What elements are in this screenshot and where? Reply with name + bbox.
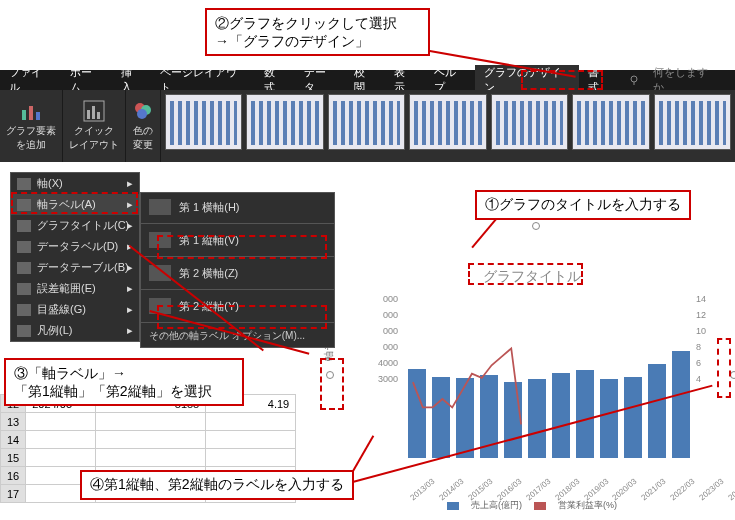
submenu-secondary-horizontal[interactable]: 第 2 横軸(Z) xyxy=(141,259,334,287)
h-axis-icon xyxy=(149,199,171,215)
legend-label: 売上高(億円) xyxy=(471,499,522,512)
highlight-secondary-vertical xyxy=(157,305,327,329)
error-bar-icon xyxy=(17,283,31,295)
change-colors-button[interactable]: 色の 変更 xyxy=(126,90,161,162)
ribbon-tab-strip: ファイル ホーム 挿入 ページレイアウト 数式 データ 校閲 表示 ヘルプ グラ… xyxy=(0,70,735,90)
menu-error-bars[interactable]: 誤差範囲(E)▸ xyxy=(11,278,139,299)
chevron-right-icon: ▸ xyxy=(127,282,133,295)
style-thumbnail[interactable] xyxy=(572,94,649,150)
chart-legend[interactable]: 売上高(億円) 営業利益率(%) xyxy=(447,499,617,512)
title-icon xyxy=(17,220,31,232)
chart-element-icon xyxy=(20,100,42,122)
gridline-icon xyxy=(17,304,31,316)
chevron-right-icon: ▸ xyxy=(127,177,133,190)
menu-legend[interactable]: 凡例(L)▸ xyxy=(11,320,139,341)
row-header[interactable]: 13 xyxy=(1,413,26,431)
svg-rect-6 xyxy=(87,110,90,119)
highlight-axis-label-box xyxy=(320,358,344,410)
change-colors-icon xyxy=(132,100,154,122)
x-labels: 2013/032014/032015/032016/032017/032018/… xyxy=(408,485,690,494)
legend-swatch-bar xyxy=(447,502,459,510)
highlight-axis-label-menu xyxy=(11,192,138,214)
highlight-chart-title xyxy=(468,263,583,285)
quick-layout-icon xyxy=(83,100,105,122)
change-colors-label: 色の 変更 xyxy=(133,124,153,152)
submenu-primary-horizontal[interactable]: 第 1 横軸(H) xyxy=(141,193,334,221)
svg-rect-3 xyxy=(29,106,33,120)
separator xyxy=(141,289,334,290)
menu-gridlines[interactable]: 目盛線(G)▸ xyxy=(11,299,139,320)
menu-data-label[interactable]: データラベル(D)▸ xyxy=(11,236,139,257)
row-header[interactable]: 17 xyxy=(1,485,26,503)
bulb-icon xyxy=(628,74,640,86)
highlight-chart-design-tab xyxy=(521,70,603,90)
annotation-step3: ③「軸ラベル」→ 「第1縦軸」「第2縦軸」を選択 xyxy=(4,358,244,406)
menu-axis[interactable]: 軸(X)▸ xyxy=(11,173,139,194)
annotation-step1: ①グラフのタイトルを入力する xyxy=(475,190,691,220)
selection-handle[interactable] xyxy=(532,222,540,230)
highlight-y2-area xyxy=(717,338,731,398)
svg-point-0 xyxy=(631,76,637,82)
legend-label: 営業利益率(%) xyxy=(558,499,617,512)
row-header[interactable]: 16 xyxy=(1,467,26,485)
quick-layout-label: クイック レイアウト xyxy=(69,124,119,152)
svg-point-11 xyxy=(137,109,147,119)
data-label-icon xyxy=(17,241,31,253)
svg-rect-2 xyxy=(22,110,26,120)
axis-icon xyxy=(17,178,31,190)
style-thumbnail[interactable] xyxy=(654,94,731,150)
separator xyxy=(141,223,334,224)
style-thumbnail[interactable] xyxy=(491,94,568,150)
add-chart-element-button[interactable]: グラフ要素 を追加 xyxy=(0,90,63,162)
y2-ticks: 141210864 xyxy=(696,291,714,387)
ribbon-chart-design: グラフ要素 を追加 クイック レイアウト 色の 変更 グラフ スタイル xyxy=(0,90,735,162)
style-thumbnail[interactable] xyxy=(246,94,323,150)
chevron-right-icon: ▸ xyxy=(127,261,133,274)
data-table-icon xyxy=(17,262,31,274)
svg-rect-8 xyxy=(97,112,100,119)
style-thumbnail[interactable] xyxy=(409,94,486,150)
legend-swatch-line xyxy=(534,502,546,510)
highlight-primary-vertical xyxy=(157,235,327,259)
chevron-right-icon: ▸ xyxy=(127,219,133,232)
style-thumbnail[interactable] xyxy=(165,94,242,150)
menu-data-table[interactable]: データテーブル(B)▸ xyxy=(11,257,139,278)
chevron-right-icon: ▸ xyxy=(127,324,133,337)
svg-rect-4 xyxy=(36,112,40,120)
chart-styles-gallery[interactable]: グラフ スタイル xyxy=(161,90,735,162)
menu-chart-title[interactable]: グラフタイトル(C)▸ xyxy=(11,215,139,236)
svg-rect-7 xyxy=(92,106,95,119)
row-header[interactable]: 15 xyxy=(1,449,26,467)
row-header[interactable]: 14 xyxy=(1,431,26,449)
chevron-right-icon: ▸ xyxy=(127,303,133,316)
y1-ticks: 00000000000040003000 xyxy=(370,291,398,387)
h2-axis-icon xyxy=(149,265,171,281)
style-thumbnail[interactable] xyxy=(328,94,405,150)
add-chart-element-label: グラフ要素 を追加 xyxy=(6,124,56,152)
annotation-step2: ②グラフをクリックして選択 →「グラフのデザイン」 xyxy=(205,8,430,56)
quick-layout-button[interactable]: クイック レイアウト xyxy=(63,90,126,162)
annotation-step4: ④第1縦軸、第2縦軸のラベルを入力する xyxy=(80,470,354,500)
legend-icon xyxy=(17,325,31,337)
